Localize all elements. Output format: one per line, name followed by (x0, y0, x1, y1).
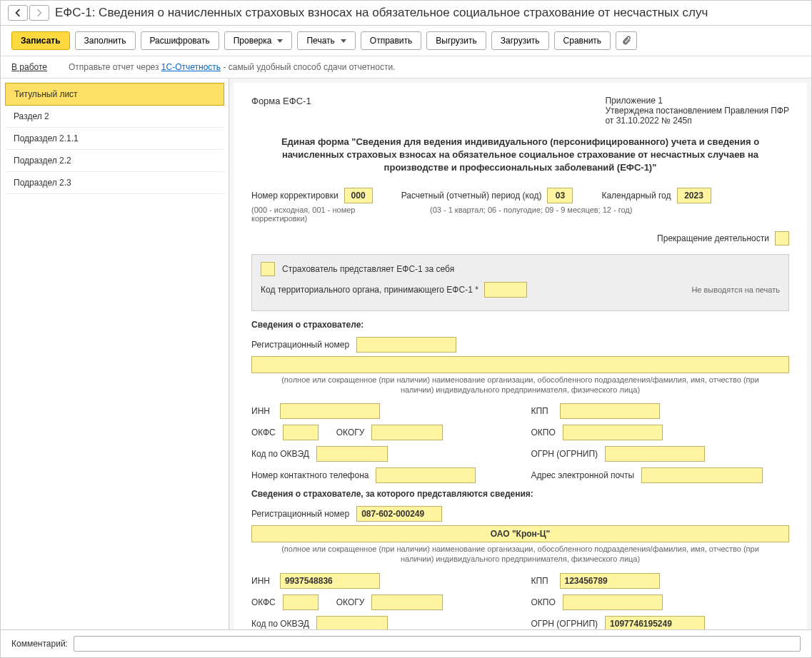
import-button[interactable]: Загрузить (491, 31, 549, 50)
kpp-input[interactable] (560, 403, 660, 419)
correction-input[interactable]: 000 (344, 188, 373, 203)
export-button[interactable]: Выгрузить (426, 31, 486, 50)
sidebar-item-title-page[interactable]: Титульный лист (5, 83, 224, 106)
titlebar: ЕФС-1: Сведения о начисленных страховых … (1, 1, 811, 26)
self-submit-label: Страхователь представляет ЕФС-1 за себя (282, 264, 454, 274)
decode-button[interactable]: Расшифровать (141, 31, 219, 50)
inn2-label: ИНН (251, 576, 273, 586)
comment-label: Комментарий: (11, 639, 68, 649)
termination-checkbox[interactable] (775, 231, 789, 246)
year-label: Календарный год (601, 191, 671, 201)
okved-input[interactable] (316, 446, 388, 462)
period-label: Расчетный (отчетный) период (код) (401, 191, 542, 201)
termination-label: Прекращение деятельности (657, 233, 769, 243)
email-input[interactable] (641, 467, 763, 483)
ogrn-label: ОГРН (ОГРНИП) (531, 449, 598, 459)
okpo2-label: ОКПО (531, 597, 556, 607)
okpo2-input[interactable] (563, 594, 663, 610)
noprint-hint: Не выводятся на печать (691, 285, 780, 294)
phone-label: Номер контактного телефона (251, 470, 369, 480)
okpo-input[interactable] (563, 425, 663, 440)
org-name2-input[interactable]: ОАО "Крон-Ц" (251, 525, 789, 542)
regnum2-label: Регистрационный номер (251, 509, 349, 519)
self-submit-box: Страхователь представляет ЕФС-1 за себя … (251, 254, 789, 311)
regnum-label: Регистрационный номер (251, 340, 349, 350)
form-appendix: Приложение 1 Утверждена постановлением П… (605, 96, 789, 126)
okfs-label: ОКФС (251, 427, 276, 437)
okved2-input[interactable] (316, 616, 388, 629)
inn-input[interactable] (280, 403, 380, 419)
kpp2-label: КПП (531, 576, 553, 586)
kpp-label: КПП (531, 406, 553, 416)
okfs2-input[interactable] (283, 594, 319, 610)
nav-forward-button[interactable] (29, 5, 49, 21)
okved-label: Код по ОКВЭД (251, 449, 309, 459)
org-name-input[interactable] (251, 356, 789, 373)
sidebar: Титульный лист Раздел 2 Подраздел 2.1.1 … (1, 79, 229, 629)
inn-label: ИНН (251, 406, 273, 416)
regnum2-input[interactable]: 087-602-000249 (356, 506, 442, 522)
insurer-header: Сведения о страхователе: (251, 320, 789, 330)
paperclip-icon (621, 36, 631, 46)
fill-button[interactable]: Заполнить (75, 31, 136, 50)
status-label[interactable]: В работе (11, 62, 47, 72)
sidebar-item-subsection-2-3[interactable]: Подраздел 2.3 (5, 172, 224, 194)
okpo-label: ОКПО (531, 427, 556, 437)
self-submit-checkbox[interactable] (261, 262, 275, 276)
nav-back-button[interactable] (8, 5, 28, 21)
inn2-input[interactable]: 9937548836 (280, 573, 380, 589)
terr-code-label: Код территориального органа, принимающег… (261, 285, 478, 295)
regnum-input[interactable] (356, 337, 456, 353)
status-text: Отправьте отчет через 1С-Отчетность - са… (69, 62, 395, 72)
sidebar-item-subsection-2-2[interactable]: Подраздел 2.2 (5, 150, 224, 172)
chevron-down-icon (341, 39, 346, 43)
ogrn2-input[interactable]: 1097746195249 (605, 616, 705, 629)
form-title: Единая форма "Сведения для ведения индив… (251, 136, 789, 175)
okfs2-label: ОКФС (251, 597, 276, 607)
email-label: Адрес электронной почты (531, 470, 635, 480)
period-input[interactable]: 03 (547, 188, 573, 203)
save-button[interactable]: Записать (11, 31, 70, 50)
chevron-down-icon (277, 39, 283, 43)
insurer2-header: Сведения о страхователе, за которого пре… (251, 489, 789, 499)
sidebar-item-section-2[interactable]: Раздел 2 (5, 106, 224, 128)
form-code: Форма ЕФС-1 (251, 96, 311, 126)
statusbar: В работе Отправьте отчет через 1С-Отчетн… (1, 56, 811, 79)
okved2-label: Код по ОКВЭД (251, 619, 309, 629)
org-name2-hint: (полное или сокращенное (при наличии) на… (251, 544, 789, 565)
ogrn2-label: ОГРН (ОГРНИП) (531, 619, 598, 629)
ogrn-input[interactable] (605, 446, 705, 462)
print-button[interactable]: Печать (297, 31, 355, 50)
phone-input[interactable] (376, 467, 476, 483)
correction-hint: (000 - исходная, 001 - номер корректиров… (251, 206, 401, 223)
okogu2-label: ОКОГУ (336, 597, 365, 607)
okogu-input[interactable] (371, 425, 443, 440)
send-button[interactable]: Отправить (361, 31, 422, 50)
comment-input[interactable] (74, 636, 801, 652)
compare-button[interactable]: Сравнить (554, 31, 611, 50)
org-name-hint: (полное или сокращенное (при наличии) на… (251, 375, 789, 395)
reporting-link[interactable]: 1С-Отчетность (161, 62, 221, 72)
toolbar: Записать Заполнить Расшифровать Проверка… (1, 26, 811, 56)
period-hint: (03 - 1 квартал; 06 - полугодие; 09 - 9 … (430, 206, 789, 223)
kpp2-input[interactable]: 123456789 (560, 573, 660, 589)
attachment-button[interactable] (616, 31, 637, 50)
window-title: ЕФС-1: Сведения о начисленных страховых … (55, 6, 708, 20)
form-content: Форма ЕФС-1 Приложение 1 Утверждена пост… (234, 83, 807, 629)
okogu-label: ОКОГУ (336, 427, 365, 437)
check-button[interactable]: Проверка (224, 31, 293, 50)
year-input[interactable]: 2023 (677, 188, 711, 203)
okogu2-input[interactable] (371, 594, 443, 610)
comment-bar: Комментарий: (1, 629, 811, 657)
correction-label: Номер корректировки (251, 191, 339, 201)
okfs-input[interactable] (283, 425, 319, 440)
sidebar-item-subsection-2-1-1[interactable]: Подраздел 2.1.1 (5, 128, 224, 150)
terr-code-input[interactable] (484, 282, 527, 298)
